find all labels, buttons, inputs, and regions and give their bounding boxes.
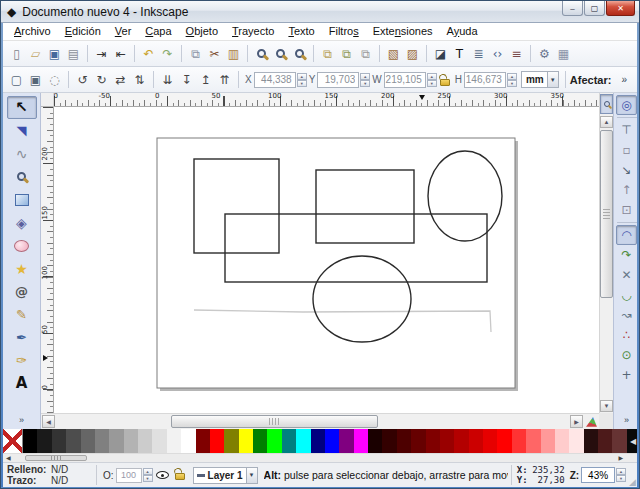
canvas[interactable] bbox=[54, 107, 599, 413]
paste-button[interactable]: ▥ bbox=[224, 44, 243, 64]
tweak-tool[interactable]: ∿ bbox=[7, 142, 37, 165]
snap-paths-button[interactable]: ↷ bbox=[616, 245, 637, 265]
layer-select[interactable]: Layer 1 ▼ bbox=[193, 467, 258, 484]
flip-horizontal-button[interactable]: ⇄ bbox=[111, 70, 130, 90]
x-field[interactable] bbox=[254, 72, 296, 88]
lower-to-bottom-button[interactable]: ⇊ bbox=[158, 70, 177, 90]
palette-swatch[interactable] bbox=[354, 429, 368, 453]
layers-dialog-button[interactable]: ≣ bbox=[469, 44, 488, 64]
pen-tool[interactable]: ✒ bbox=[7, 326, 37, 349]
document-properties-button[interactable]: ▦ bbox=[554, 44, 573, 64]
vertical-ruler[interactable]: 200150100500 bbox=[41, 107, 54, 413]
rotate-cw-button[interactable]: ↻ bbox=[92, 70, 111, 90]
resize-grip[interactable]: ◢ bbox=[629, 477, 636, 487]
fill-stroke-indicator[interactable]: Relleno:N/D Trazo:N/D bbox=[6, 464, 92, 486]
zoom-tool[interactable] bbox=[7, 165, 37, 188]
palette-swatch[interactable] bbox=[454, 429, 468, 453]
horizontal-ruler[interactable]: -100-50050100150200250300350 bbox=[54, 93, 599, 107]
text-tool[interactable]: A bbox=[7, 372, 37, 395]
menu-ayuda[interactable]: Ayuda bbox=[440, 23, 485, 41]
selection-edit-1-button[interactable]: ▧ bbox=[384, 44, 403, 64]
palette-swatch[interactable] bbox=[497, 429, 511, 453]
vertical-scrollbar-thumb[interactable] bbox=[600, 130, 613, 298]
palette-swatch[interactable] bbox=[23, 429, 37, 453]
width-spinner[interactable]: ▲▼ bbox=[427, 73, 437, 87]
xml-editor-button[interactable]: ‹› bbox=[488, 44, 507, 64]
height-field[interactable] bbox=[464, 72, 506, 88]
raise-button[interactable]: ↥ bbox=[196, 70, 215, 90]
snapbar-overflow[interactable]: » bbox=[624, 415, 629, 425]
width-field[interactable] bbox=[384, 72, 426, 88]
flip-vertical-button[interactable]: ⇅ bbox=[130, 70, 149, 90]
menu-archivo[interactable]: Archivo bbox=[7, 23, 58, 41]
snap-object-centers-button[interactable]: ⊙ bbox=[616, 345, 637, 365]
palette-swatch[interactable] bbox=[253, 429, 267, 453]
snap-bbox-edge-midpoints-button[interactable]: ↑ bbox=[616, 180, 637, 200]
palette-swatch[interactable] bbox=[210, 429, 224, 453]
sticky-zoom-button[interactable] bbox=[600, 94, 613, 114]
snap-bbox-corners-button[interactable]: ↘ bbox=[616, 160, 637, 180]
scroll-down-button[interactable]: ▼ bbox=[600, 400, 613, 412]
palette-swatch[interactable] bbox=[339, 429, 353, 453]
snap-rotation-centers-button[interactable]: + bbox=[616, 365, 637, 385]
scroll-up-button[interactable]: ▲ bbox=[600, 116, 613, 128]
palette-swatch[interactable] bbox=[569, 429, 583, 453]
tool-options-overflow[interactable]: » bbox=[621, 74, 627, 85]
palette-swatch[interactable] bbox=[555, 429, 569, 453]
lower-button[interactable]: ↧ bbox=[177, 70, 196, 90]
selector-tool[interactable]: ↖ bbox=[7, 96, 37, 119]
zoom-drawing-button[interactable] bbox=[271, 44, 290, 64]
palette-swatch[interactable] bbox=[81, 429, 95, 453]
toolbox-overflow[interactable]: » bbox=[19, 415, 24, 425]
palette-swatch[interactable] bbox=[109, 429, 123, 453]
palette-swatch[interactable] bbox=[196, 429, 210, 453]
opacity-field[interactable] bbox=[116, 468, 142, 483]
menu-capa[interactable]: Capa bbox=[138, 23, 178, 41]
opacity-spinner[interactable]: ▲▼ bbox=[143, 468, 153, 482]
import-button[interactable]: ⇥ bbox=[92, 44, 111, 64]
x-spinner[interactable]: ▲▼ bbox=[297, 73, 307, 87]
ellipse-tool[interactable] bbox=[7, 234, 37, 257]
palette-scrollbar-thumb[interactable] bbox=[25, 455, 87, 461]
rotate-ccw-button[interactable]: ↺ bbox=[73, 70, 92, 90]
palette-swatch[interactable] bbox=[282, 429, 296, 453]
rectangle-tool[interactable] bbox=[7, 188, 37, 211]
calligraphy-tool[interactable]: ✑ bbox=[7, 349, 37, 372]
redo-button[interactable]: ↷ bbox=[158, 44, 177, 64]
palette-swatch[interactable] bbox=[52, 429, 66, 453]
palette-scrollbar-right-icon[interactable]: ▶ bbox=[618, 454, 623, 462]
palette-swatch[interactable] bbox=[37, 429, 51, 453]
raise-to-top-button[interactable]: ⇈ bbox=[215, 70, 234, 90]
menu-texto[interactable]: Texto bbox=[281, 23, 321, 41]
deselect-button[interactable]: ◌ bbox=[45, 70, 64, 90]
zoom-selection-button[interactable] bbox=[252, 44, 271, 64]
palette-swatch[interactable] bbox=[138, 429, 152, 453]
palette-swatch[interactable] bbox=[325, 429, 339, 453]
maximize-button[interactable]: ▢ bbox=[584, 1, 605, 16]
palette-swatch[interactable] bbox=[66, 429, 80, 453]
snap-bbox-centers-button[interactable]: ⊡ bbox=[616, 200, 637, 220]
scroll-left-button[interactable]: ◀ bbox=[42, 415, 55, 428]
menu-extensiones[interactable]: Extensiones bbox=[366, 23, 440, 41]
palette-swatch[interactable] bbox=[239, 429, 253, 453]
lock-ratio-icon[interactable] bbox=[440, 79, 450, 86]
text-dialog-button[interactable]: T bbox=[450, 44, 469, 64]
save-document-button[interactable]: ▣ bbox=[45, 44, 64, 64]
menu-trayecto[interactable]: Trayecto bbox=[225, 23, 281, 41]
preferences-button[interactable]: ⚙ bbox=[535, 44, 554, 64]
snap-path-intersections-button[interactable]: ✕ bbox=[616, 265, 637, 285]
palette-swatch[interactable] bbox=[95, 429, 109, 453]
palette-swatch[interactable] bbox=[469, 429, 483, 453]
3dbox-tool[interactable]: ◈ bbox=[7, 211, 37, 234]
palette-swatch[interactable] bbox=[584, 429, 598, 453]
star-tool[interactable]: ★ bbox=[7, 257, 37, 280]
palette-swatch[interactable] bbox=[267, 429, 281, 453]
y-field[interactable] bbox=[317, 72, 359, 88]
copy-button[interactable]: ⧉ bbox=[186, 44, 205, 64]
palette-swatch[interactable] bbox=[426, 429, 440, 453]
palette-swatch[interactable] bbox=[541, 429, 555, 453]
palette-swatch[interactable] bbox=[612, 429, 626, 453]
layer-lock-icon[interactable] bbox=[175, 473, 185, 480]
create-clone-button[interactable]: ⧉ bbox=[337, 44, 356, 64]
no-color-swatch[interactable] bbox=[3, 429, 23, 453]
